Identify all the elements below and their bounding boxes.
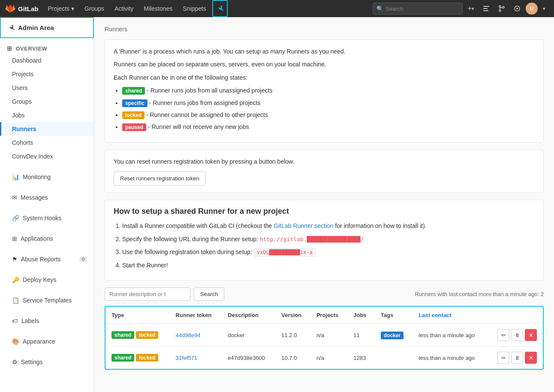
sidebar-item-convdev-index[interactable]: ConvDev Index: [0, 150, 94, 163]
gitlab-runner-link[interactable]: GitLab Runner section: [274, 222, 333, 229]
row1-docker-tag: docker: [381, 332, 403, 339]
paused-badge: paused: [122, 123, 146, 131]
admin-area-nav-button[interactable]: [212, 0, 228, 17]
specific-badge: specific: [122, 99, 148, 107]
row1-jobs: 11: [347, 324, 375, 347]
merge-requests-icon: [498, 5, 505, 12]
todo-icon-button[interactable]: [479, 0, 493, 17]
row2-action-buttons: ✏ ⏸ ✕: [493, 352, 537, 364]
row2-token-link[interactable]: 31fef571: [176, 355, 198, 361]
locked-badge: locked: [122, 111, 145, 119]
admin-wrench-icon: [8, 24, 15, 31]
breadcrumb: Runners: [105, 26, 544, 33]
sidebar-item-jobs[interactable]: Jobs: [0, 108, 94, 122]
nav-activity[interactable]: Activity: [110, 0, 138, 17]
row1-token-link[interactable]: 44d98e94: [176, 332, 201, 338]
row1-type: shared locked: [105, 324, 170, 347]
row2-token: 31fef571: [170, 347, 222, 369]
admin-area-header[interactable]: Admin Area: [0, 17, 94, 38]
merge-requests-icon-button[interactable]: [495, 0, 509, 17]
nav-groups[interactable]: Groups: [80, 0, 108, 17]
issues-icon-button[interactable]: [510, 0, 524, 17]
col-tags: Tags: [375, 307, 413, 324]
sidebar-item-settings[interactable]: ⚙ Settings: [0, 355, 94, 369]
plus-dropdown-icon: ▾: [472, 6, 474, 12]
row2-jobs: 1283: [347, 347, 375, 369]
sidebar-item-system-hooks[interactable]: 🔗 System Hooks: [0, 211, 94, 225]
reset-token-desc: You can reset runners registration token…: [114, 157, 535, 166]
row2-type-badges: shared locked: [111, 354, 164, 362]
info-para1: A 'Runner' is a process which runs a job…: [114, 47, 535, 56]
svg-rect-1: [483, 8, 488, 9]
runner-search-button[interactable]: Search: [194, 287, 224, 301]
logo[interactable]: GitLab: [5, 3, 39, 14]
row1-delete-button[interactable]: ✕: [525, 329, 537, 341]
abuse-reports-icon: ⚑: [12, 256, 18, 263]
row1-last-contact: less than a minute ago: [412, 324, 487, 347]
svg-point-7: [516, 8, 518, 9]
row1-locked-badge: locked: [136, 331, 158, 339]
table-row: shared locked 31fef571 e47d938e3600 10.7…: [105, 347, 543, 369]
appearance-icon: 🎨: [12, 338, 19, 345]
sidebar-item-deploy-keys[interactable]: 🔑 Deploy Keys: [0, 273, 94, 287]
sidebar-item-users[interactable]: Users: [0, 81, 94, 95]
sidebar-appearance-section: 🎨 Appearance: [0, 331, 94, 352]
nav-projects[interactable]: Projects ▾: [44, 0, 79, 17]
top-navigation: GitLab Projects ▾ Groups Activity Milest…: [0, 0, 554, 17]
setup-step-1: Install a Runner compatible with GitLab …: [122, 221, 535, 230]
sidebar-item-projects[interactable]: Projects: [0, 67, 94, 81]
row2-description: e47d938e3600: [222, 347, 275, 369]
states-intro: Each Runner can be in one of the followi…: [114, 73, 535, 82]
reset-token-box: You can reset runners registration token…: [105, 150, 544, 193]
row1-action-buttons: ✏ ⏸ ✕: [493, 329, 537, 341]
sidebar-item-service-templates[interactable]: 📋 Service Templates: [0, 293, 94, 307]
sidebar-item-dashboard[interactable]: Dashboard: [0, 54, 94, 67]
row1-token: 44d98e94: [170, 324, 222, 347]
sidebar-item-runners[interactable]: Runners: [0, 122, 94, 136]
nav-snippets[interactable]: Snippets: [178, 0, 210, 17]
sidebar-deploy-keys-section: 🔑 Deploy Keys: [0, 269, 94, 290]
row2-projects: n/a: [310, 347, 347, 369]
row2-edit-button[interactable]: ✏: [497, 352, 509, 364]
global-search-box[interactable]: 🔍 Search: [373, 3, 463, 15]
sidebar-item-groups[interactable]: Groups: [0, 95, 94, 108]
runners-table-container: Type Runner token Description Version Pr…: [105, 306, 544, 370]
shared-desc: - Runner runs jobs from all unassigned p…: [147, 87, 272, 94]
states-list: shared - Runner runs jobs from all unass…: [122, 86, 535, 132]
sidebar-messages-section: ✉ Messages: [0, 187, 94, 208]
runner-url: http://gitlab.████████████████/: [260, 236, 364, 242]
projects-dropdown-icon: ▾: [71, 5, 74, 12]
locked-desc: - Runner cannot be assigned to other pro…: [146, 111, 268, 118]
user-avatar[interactable]: U: [526, 3, 538, 15]
sidebar-item-appearance[interactable]: 🎨 Appearance: [0, 335, 94, 348]
avatar-dropdown-icon[interactable]: ▾: [539, 0, 549, 17]
setup-step-3: Use the following registration token dur…: [122, 247, 535, 257]
sidebar-overview-section: ⊞ Overview Dashboard Projects Users Grou…: [0, 38, 94, 167]
row1-shared-badge: shared: [111, 331, 134, 339]
sidebar-item-messages[interactable]: ✉ Messages: [0, 191, 94, 204]
sidebar: Admin Area ⊞ Overview Dashboard Projects…: [0, 17, 94, 392]
sidebar-monitoring-section: 📊 Monitoring: [0, 167, 94, 187]
abuse-reports-badge: 0: [79, 256, 87, 262]
sidebar-item-applications[interactable]: ⊞ Applications: [0, 232, 94, 245]
col-last-contact[interactable]: Last contact: [412, 307, 487, 324]
row2-pause-button[interactable]: ⏸: [511, 352, 523, 364]
sidebar-item-labels[interactable]: 🏷 Labels: [0, 314, 94, 328]
system-hooks-icon: 🔗: [12, 215, 19, 221]
sidebar-item-abuse-reports[interactable]: ⚑ Abuse Reports 0: [0, 252, 94, 266]
svg-rect-2: [483, 10, 488, 11]
sidebar-item-cohorts[interactable]: Cohorts: [0, 136, 94, 150]
runner-search-row: Search Runners with last contact more th…: [105, 287, 544, 301]
runner-search-input[interactable]: [105, 287, 190, 301]
row2-delete-button[interactable]: ✕: [525, 352, 537, 364]
nav-milestones[interactable]: Milestones: [139, 0, 177, 17]
sidebar-labels-section: 🏷 Labels: [0, 311, 94, 331]
sidebar-item-monitoring[interactable]: 📊 Monitoring: [0, 170, 94, 184]
row1-version: 11.2.0: [275, 324, 310, 347]
col-runner-token: Runner token: [170, 307, 222, 324]
row1-edit-button[interactable]: ✏: [497, 329, 509, 341]
reset-token-button[interactable]: Reset runners registration token: [114, 171, 206, 186]
row1-pause-button[interactable]: ⏸: [511, 329, 523, 341]
table-row: shared locked 44d98e94 docker 11.2.0 n/a…: [105, 324, 543, 347]
plus-button[interactable]: + ▾: [464, 0, 478, 17]
